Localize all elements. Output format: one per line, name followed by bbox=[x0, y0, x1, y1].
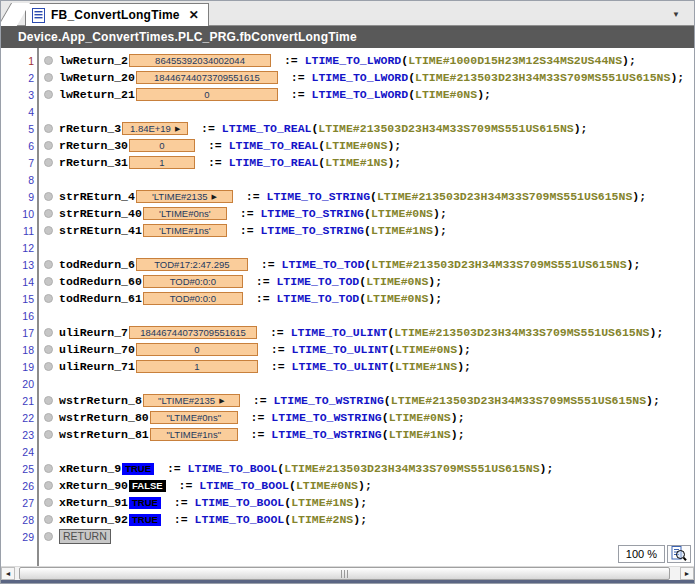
code-line[interactable]: 10 strREturn_40'LTIME#0ns' := LTIME_TO_S… bbox=[1, 205, 694, 222]
value-box[interactable]: 'LTIME#1ns' bbox=[143, 224, 227, 237]
code-text[interactable]: strREturn_41'LTIME#1ns' := LTIME_TO_STRI… bbox=[59, 224, 447, 237]
breakpoint-column[interactable] bbox=[37, 481, 59, 490]
breakpoint-column[interactable] bbox=[37, 209, 59, 218]
code-text[interactable]: uliReurn_711 := LTIME_TO_ULINT(LTIME#1NS… bbox=[59, 360, 471, 373]
value-box[interactable]: 18446744073709551615 bbox=[129, 326, 257, 339]
code-line[interactable]: 22 wstrReturn_80"LTIME#0ns" := LTIME_TO_… bbox=[1, 409, 694, 426]
scroll-left-button[interactable]: ◄ bbox=[1, 567, 15, 580]
bool-value-box[interactable]: TRUE bbox=[129, 497, 161, 509]
chevron-down-icon[interactable]: ▼ bbox=[672, 10, 680, 19]
breakpoint-column[interactable] bbox=[37, 532, 59, 541]
code-line[interactable]: 8 bbox=[1, 171, 694, 188]
code-line[interactable]: 14 todRedurn_60TOD#0:0:0 := LTIME_TO_TOD… bbox=[1, 273, 694, 290]
code-line[interactable]: 5 rReturn_31.84E+19▶ := LTIME_TO_REAL(LT… bbox=[1, 120, 694, 137]
code-line[interactable]: 19 uliReurn_711 := LTIME_TO_ULINT(LTIME#… bbox=[1, 358, 694, 375]
code-line[interactable]: 28 xReturn_92TRUE := LTIME_TO_BOOL(LTIME… bbox=[1, 511, 694, 528]
code-text[interactable]: rReturn_31.84E+19▶ := LTIME_TO_REAL(LTIM… bbox=[59, 122, 588, 135]
breakpoint-indicator[interactable] bbox=[44, 464, 53, 473]
breakpoint-column[interactable] bbox=[37, 447, 59, 456]
value-box[interactable]: 86455392034002044 bbox=[129, 54, 271, 67]
code-line[interactable]: 9 strREturn_4'LTIME#2135▶ := LTIME_TO_ST… bbox=[1, 188, 694, 205]
breakpoint-indicator[interactable] bbox=[44, 532, 53, 541]
code-text[interactable]: uliReurn_718446744073709551615 := LTIME_… bbox=[59, 326, 663, 339]
code-line[interactable]: 24 bbox=[1, 443, 694, 460]
code-text[interactable]: xReturn_91TRUE := LTIME_TO_BOOL(LTIME#1N… bbox=[59, 496, 367, 509]
code-line[interactable]: 2 lwReturn_2018446744073709551615 := LTI… bbox=[1, 69, 694, 86]
breakpoint-column[interactable] bbox=[37, 345, 59, 354]
breakpoint-indicator[interactable] bbox=[44, 413, 53, 422]
code-line[interactable]: 20 bbox=[1, 375, 694, 392]
close-icon[interactable]: ✕ bbox=[189, 9, 199, 21]
breakpoint-indicator[interactable] bbox=[44, 515, 53, 524]
breakpoint-column[interactable] bbox=[37, 141, 59, 150]
value-box[interactable]: "LTIME#0ns" bbox=[150, 411, 238, 424]
breakpoint-column[interactable] bbox=[37, 124, 59, 133]
scroll-right-button[interactable]: ► bbox=[680, 567, 694, 580]
breakpoint-indicator[interactable] bbox=[44, 226, 53, 235]
code-text[interactable]: todRedurn_60TOD#0:0:0 := LTIME_TO_TOD(LT… bbox=[59, 275, 442, 288]
code-text[interactable]: rReturn_311 := LTIME_TO_REAL(LTIME#1NS); bbox=[59, 156, 401, 169]
value-box[interactable]: TOD#17:2:47.295 bbox=[136, 258, 248, 271]
breakpoint-column[interactable] bbox=[37, 192, 59, 201]
code-text[interactable]: todRedurn_6TOD#17:2:47.295 := LTIME_TO_T… bbox=[59, 258, 640, 271]
code-text[interactable]: wstrReturn_81"LTIME#1ns" := LTIME_TO_WST… bbox=[59, 428, 465, 441]
code-line[interactable]: 1 lwReturn_286455392034002044 := LTIME_T… bbox=[1, 52, 694, 69]
value-box[interactable]: "LTIME#1ns" bbox=[150, 428, 238, 441]
breakpoint-column[interactable] bbox=[37, 430, 59, 439]
magnifier-button[interactable] bbox=[667, 545, 691, 563]
breakpoint-indicator[interactable] bbox=[44, 56, 53, 65]
breakpoint-column[interactable] bbox=[37, 175, 59, 184]
breakpoint-column[interactable] bbox=[37, 379, 59, 388]
code-text[interactable]: xReturn_90FALSE := LTIME_TO_BOOL(LTIME#0… bbox=[59, 479, 372, 492]
breakpoint-indicator[interactable] bbox=[44, 294, 53, 303]
breakpoint-indicator[interactable] bbox=[44, 277, 53, 286]
bool-value-box[interactable]: TRUE bbox=[122, 463, 154, 475]
breakpoint-column[interactable] bbox=[37, 498, 59, 507]
breakpoint-column[interactable] bbox=[37, 158, 59, 167]
breakpoint-column[interactable] bbox=[37, 311, 59, 320]
code-editor[interactable]: 1 lwReturn_286455392034002044 := LTIME_T… bbox=[1, 48, 694, 566]
breakpoint-indicator[interactable] bbox=[44, 141, 53, 150]
zoom-level-button[interactable]: 100 % bbox=[618, 545, 665, 563]
code-line[interactable]: 29 RETURN bbox=[1, 528, 694, 545]
code-line[interactable]: 23 wstrReturn_81"LTIME#1ns" := LTIME_TO_… bbox=[1, 426, 694, 443]
code-text[interactable]: wstrReturn_80"LTIME#0ns" := LTIME_TO_WST… bbox=[59, 411, 465, 424]
code-line[interactable]: 16 bbox=[1, 307, 694, 324]
value-box[interactable]: 'LTIME#0ns' bbox=[143, 207, 227, 220]
code-text[interactable]: rReturn_300 := LTIME_TO_REAL(LTIME#0NS); bbox=[59, 139, 401, 152]
code-text[interactable]: lwReturn_286455392034002044 := LTIME_TO_… bbox=[59, 54, 636, 67]
code-line[interactable]: 21 wstrReturn_8"LTIME#2135▶ := LTIME_TO_… bbox=[1, 392, 694, 409]
breakpoint-column[interactable] bbox=[37, 294, 59, 303]
code-text[interactable]: strREturn_40'LTIME#0ns' := LTIME_TO_STRI… bbox=[59, 207, 447, 220]
breakpoint-indicator[interactable] bbox=[44, 90, 53, 99]
code-line[interactable]: 25 xReturn_9TRUE := LTIME_TO_BOOL(LTIME#… bbox=[1, 460, 694, 477]
value-box[interactable]: 1 bbox=[129, 156, 195, 169]
code-line[interactable]: 18 uliReurn_700 := LTIME_TO_ULINT(LTIME#… bbox=[1, 341, 694, 358]
breakpoint-column[interactable] bbox=[37, 515, 59, 524]
breakpoint-indicator[interactable] bbox=[44, 430, 53, 439]
breakpoint-column[interactable] bbox=[37, 243, 59, 252]
code-text[interactable]: xReturn_92TRUE := LTIME_TO_BOOL(LTIME#2N… bbox=[59, 513, 367, 526]
scrollbar-track[interactable] bbox=[15, 567, 680, 580]
bool-value-box[interactable]: TRUE bbox=[129, 514, 161, 526]
code-text[interactable]: lwReturn_210 := LTIME_TO_LWORD(LTIME#0NS… bbox=[59, 88, 491, 101]
value-box[interactable]: 0 bbox=[136, 343, 258, 356]
value-box[interactable]: 1.84E+19▶ bbox=[122, 122, 188, 135]
breakpoint-column[interactable] bbox=[37, 277, 59, 286]
breakpoint-column[interactable] bbox=[37, 73, 59, 82]
breakpoint-column[interactable] bbox=[37, 464, 59, 473]
value-box[interactable]: TOD#0:0:0 bbox=[143, 275, 243, 288]
breakpoint-indicator[interactable] bbox=[44, 328, 53, 337]
code-line[interactable]: 7 rReturn_311 := LTIME_TO_REAL(LTIME#1NS… bbox=[1, 154, 694, 171]
code-line[interactable]: 3 lwReturn_210 := LTIME_TO_LWORD(LTIME#0… bbox=[1, 86, 694, 103]
value-box[interactable]: TOD#0:0:0 bbox=[143, 292, 243, 305]
value-box[interactable]: 0 bbox=[129, 139, 195, 152]
breakpoint-column[interactable] bbox=[37, 396, 59, 405]
code-line[interactable]: 27 xReturn_91TRUE := LTIME_TO_BOOL(LTIME… bbox=[1, 494, 694, 511]
breakpoint-column[interactable] bbox=[37, 413, 59, 422]
breakpoint-column[interactable] bbox=[37, 90, 59, 99]
breakpoint-column[interactable] bbox=[37, 226, 59, 235]
code-text[interactable]: uliReurn_700 := LTIME_TO_ULINT(LTIME#0NS… bbox=[59, 343, 471, 356]
breakpoint-indicator[interactable] bbox=[44, 124, 53, 133]
code-line[interactable]: 12 bbox=[1, 239, 694, 256]
